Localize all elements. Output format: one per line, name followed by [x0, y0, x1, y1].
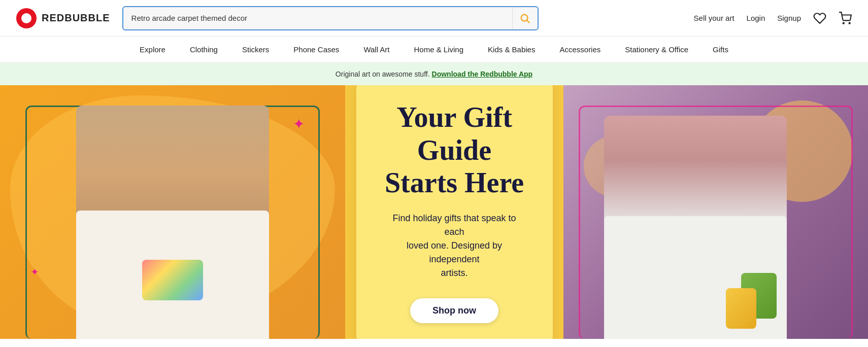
person-right-sweater [604, 216, 787, 339]
main-nav: Explore Clothing Stickers Phone Cases Wa… [0, 37, 868, 63]
svg-point-0 [521, 14, 528, 21]
nav-item-wall-art[interactable]: Wall Art [351, 37, 402, 63]
nav-item-stickers[interactable]: Stickers [230, 37, 281, 63]
person-left-shirt-design [142, 260, 203, 300]
nav-item-phone-cases[interactable]: Phone Cases [281, 37, 351, 63]
logo[interactable]: REDBUBBLE [16, 8, 110, 28]
hero-left-panel: ✦ ✦ [0, 85, 345, 339]
hero-person-left [76, 106, 269, 339]
header: REDBUBBLE Sell your art Login Signup [0, 0, 868, 37]
favorites-button[interactable] [813, 12, 826, 25]
sparkle-icon-card-bottom: ✦ [533, 338, 543, 339]
nav-item-accessories[interactable]: Accessories [547, 37, 613, 63]
hero-card: ✦ ✦ Your Gift Guide Starts Here Find hol… [356, 85, 553, 339]
signup-link[interactable]: Signup [777, 14, 801, 22]
sell-your-art-link[interactable]: Sell your art [694, 14, 735, 22]
person-left-shirt [76, 211, 269, 339]
hero-subtitle: Find holiday gifts that speak to each lo… [382, 212, 527, 280]
promo-link[interactable]: Download the Redbubble App [432, 70, 533, 78]
hero-section: ✦ ✦ ✦ ✦ Your Gift Guide Starts Here Find… [0, 85, 868, 339]
nav-item-kids-babies[interactable]: Kids & Babies [476, 37, 547, 63]
svg-line-1 [527, 20, 529, 23]
sparkle-icon-card-top: ✦ [366, 85, 378, 87]
person-right-can2 [726, 288, 756, 329]
cart-icon [839, 12, 852, 25]
nav-item-stationery-office[interactable]: Stationery & Office [613, 37, 700, 63]
nav-item-clothing[interactable]: Clothing [178, 37, 230, 63]
hero-person-right [604, 116, 787, 339]
cart-button[interactable] [839, 12, 852, 25]
search-bar [122, 6, 539, 30]
logo-bubble-inner [21, 13, 31, 23]
promo-text: Original art on awesome stuff. [336, 70, 430, 78]
nav-item-home-living[interactable]: Home & Living [402, 37, 476, 63]
search-input[interactable] [123, 7, 512, 29]
search-button[interactable] [512, 7, 538, 29]
nav-item-gifts[interactable]: Gifts [700, 37, 741, 63]
svg-point-3 [849, 22, 850, 23]
hero-cta-button[interactable]: Shop now [410, 298, 498, 323]
sparkle-icon-left-bottom: ✦ [30, 266, 39, 278]
svg-point-2 [843, 22, 844, 23]
search-icon [519, 13, 530, 24]
hero-right-panel [563, 85, 868, 339]
hero-title: Your Gift Guide Starts Here [382, 101, 527, 199]
login-link[interactable]: Login [747, 14, 765, 22]
header-actions: Sell your art Login Signup [694, 12, 852, 25]
nav-item-explore[interactable]: Explore [127, 37, 178, 63]
logo-text: REDBUBBLE [42, 12, 110, 24]
sparkle-icon-left-top: ✦ [293, 116, 305, 132]
logo-icon [16, 8, 37, 28]
promo-banner: Original art on awesome stuff. Download … [0, 63, 868, 85]
hero-center-panel: ✦ ✦ Your Gift Guide Starts Here Find hol… [345, 85, 563, 339]
heart-icon [813, 12, 826, 25]
